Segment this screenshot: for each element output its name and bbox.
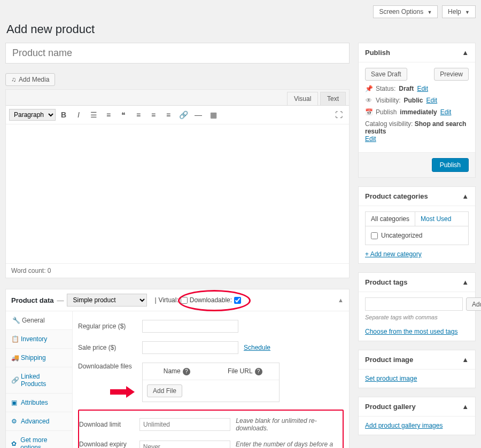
publish-button[interactable]: Publish <box>432 158 469 172</box>
editor: Visual Text Paragraph B I ☰ ≡ ❝ ≡ ≡ ≡ 🔗 … <box>5 89 350 278</box>
bullet-list-icon[interactable]: ☰ <box>87 108 100 122</box>
downloadable-files-label: Downloadable files <box>78 363 142 370</box>
edit-status-link[interactable]: Edit <box>417 85 428 92</box>
tab-text[interactable]: Text <box>320 92 346 105</box>
regular-price-input[interactable] <box>142 320 238 333</box>
product-data-metabox: Product data — Simple product | Virtual:… <box>5 289 350 448</box>
preview-button[interactable]: Preview <box>434 68 469 81</box>
tag-input[interactable] <box>365 297 463 311</box>
set-product-image-link[interactable]: Set product image <box>365 375 417 382</box>
link-icon[interactable]: 🔗 <box>176 108 190 122</box>
editor-body[interactable] <box>6 124 349 263</box>
help-icon[interactable]: ? <box>255 368 262 375</box>
tab-attributes[interactable]: ▣Attributes <box>6 394 72 412</box>
collapse-icon[interactable]: ▲ <box>338 297 344 303</box>
collapse-icon[interactable]: ▲ <box>462 192 469 200</box>
align-center-icon[interactable]: ≡ <box>146 108 160 122</box>
wrench-icon: 🔧 <box>12 317 19 324</box>
paragraph-select[interactable]: Paragraph <box>9 109 56 121</box>
align-right-icon[interactable]: ≡ <box>161 108 175 122</box>
product-gallery-box: Product gallery▲ Add product gallery ima… <box>358 397 476 435</box>
bold-icon[interactable]: B <box>57 108 71 122</box>
schedule-link[interactable]: Schedule <box>244 344 270 351</box>
add-media-button[interactable]: ♫ Add Media <box>5 73 55 86</box>
cat-uncategorized[interactable]: Uncategorized <box>371 232 463 239</box>
tab-more[interactable]: ✿Get more options <box>6 431 72 448</box>
help-icon[interactable]: ? <box>183 368 190 375</box>
page-title: Add new product <box>6 22 476 36</box>
chevron-down-icon: ▼ <box>465 10 470 15</box>
tab-visual[interactable]: Visual <box>287 92 318 105</box>
sale-price-input[interactable] <box>142 341 238 354</box>
link-icon: 🔗 <box>11 376 18 384</box>
collapse-icon[interactable]: ▲ <box>462 278 469 286</box>
choose-tags-link[interactable]: Choose from the most used tags <box>365 328 457 335</box>
product-type-select[interactable]: Simple product <box>67 294 147 306</box>
annotation-arrow <box>110 387 137 397</box>
tags-hint: Separate tags with commas <box>365 314 469 320</box>
dl-col-name: Name? <box>143 363 211 380</box>
download-limit-hint: Leave blank for unlimited re-downloads. <box>236 417 343 432</box>
download-expiry-hint: Enter the number of days before a downlo… <box>236 441 343 449</box>
italic-icon[interactable]: I <box>72 108 86 122</box>
calendar-icon: 📅 <box>365 108 373 116</box>
inventory-icon: 📋 <box>11 335 18 343</box>
collapse-icon[interactable]: ▲ <box>462 49 469 57</box>
plus-icon: ✿ <box>11 440 17 447</box>
tags-box: Product tags▲ Add Separate tags with com… <box>358 272 476 341</box>
collapse-icon[interactable]: ▲ <box>462 356 469 364</box>
product-image-box: Product image▲ Set product image <box>358 350 476 388</box>
product-data-title: Product data <box>11 296 53 304</box>
virtual-toggle[interactable]: Virtual: <box>159 296 188 304</box>
more-icon[interactable]: — <box>191 108 205 122</box>
regular-price-label: Regular price ($) <box>78 323 142 330</box>
edit-publish-link[interactable]: Edit <box>440 108 452 116</box>
cat-tab-all[interactable]: All categories <box>366 212 415 226</box>
word-count: Word count: 0 <box>6 263 349 278</box>
tag-icon: ▣ <box>11 399 18 406</box>
tab-inventory[interactable]: 📋Inventory <box>6 330 72 349</box>
toolbar-toggle-icon[interactable]: ▦ <box>206 108 220 122</box>
add-tag-button[interactable]: Add <box>466 297 481 311</box>
download-limit-label: Download limit <box>79 421 139 428</box>
pin-icon: 📌 <box>365 85 373 92</box>
media-icon: ♫ <box>11 76 16 83</box>
downloadable-toggle[interactable]: Downloadable: <box>190 296 241 304</box>
edit-visibility-link[interactable]: Edit <box>426 97 437 104</box>
fullscreen-icon[interactable]: ⛶ <box>332 108 346 122</box>
add-category-link[interactable]: + Add new category <box>365 250 422 258</box>
publish-box: Publish▲ Save Draft Preview 📌Status: Dra… <box>358 43 476 178</box>
add-gallery-images-link[interactable]: Add product gallery images <box>365 422 443 429</box>
tab-advanced[interactable]: ⚙Advanced <box>6 412 72 431</box>
download-expiry-input[interactable] <box>139 441 230 449</box>
help-button[interactable]: Help ▼ <box>442 5 476 18</box>
eye-icon: 👁 <box>365 97 373 104</box>
tab-shipping[interactable]: 🚚Shipping <box>6 349 72 367</box>
tab-linked[interactable]: 🔗Linked Products <box>6 367 72 394</box>
truck-icon: 🚚 <box>11 354 18 361</box>
download-expiry-label: Download expiry <box>79 441 139 448</box>
download-limit-input[interactable] <box>139 418 230 431</box>
dl-col-url: File URL? <box>211 363 280 380</box>
numbered-list-icon[interactable]: ≡ <box>102 108 115 122</box>
gear-icon: ⚙ <box>11 418 18 425</box>
collapse-icon[interactable]: ▲ <box>462 403 469 411</box>
categories-box: Product categories▲ All categories Most … <box>358 186 476 264</box>
chevron-down-icon: ▼ <box>428 10 432 15</box>
sale-price-label: Sale price ($) <box>78 344 142 351</box>
add-file-button[interactable]: Add File <box>147 384 182 397</box>
cat-tab-most-used[interactable]: Most Used <box>415 212 456 226</box>
product-name-input[interactable] <box>5 43 350 64</box>
edit-catalog-link[interactable]: Edit <box>365 135 376 143</box>
tab-general[interactable]: 🔧General <box>6 311 72 330</box>
screen-options-button[interactable]: Screen Options ▼ <box>373 5 438 18</box>
align-left-icon[interactable]: ≡ <box>131 108 145 122</box>
quote-icon[interactable]: ❝ <box>117 108 130 122</box>
save-draft-button[interactable]: Save Draft <box>365 68 407 81</box>
